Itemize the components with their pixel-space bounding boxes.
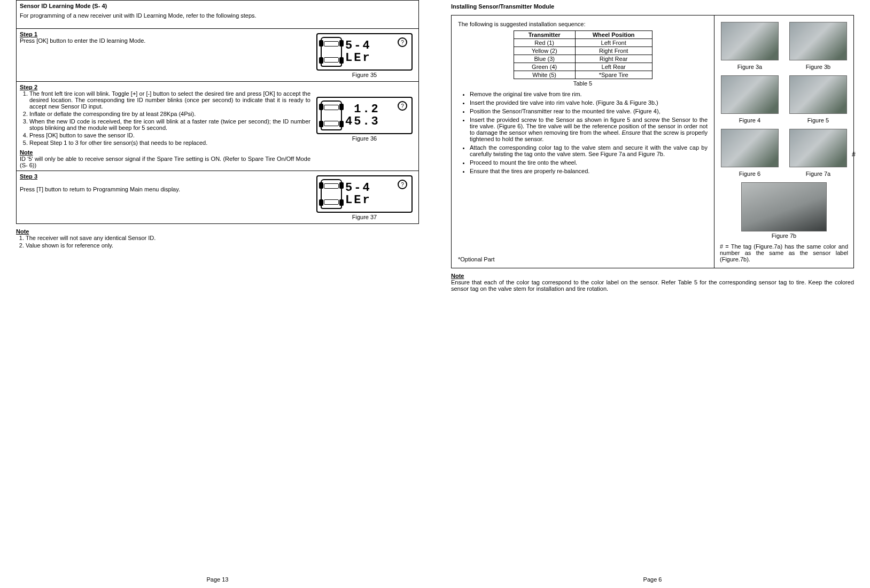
- table-row: Green (4)Left Rear: [514, 63, 652, 71]
- step2-header: Step 2: [20, 84, 37, 90]
- lcd-figure-36: 1.2 45.3 ?: [316, 97, 413, 134]
- fig36-caption: Figure 36: [314, 135, 415, 142]
- photo-row-3: Figure 6 Figure 7a #: [720, 128, 848, 181]
- fig3b-block: Figure 3b: [788, 21, 848, 74]
- page-number-right: Page 6: [643, 576, 662, 583]
- table-header-row: Transmitter Wheel Position: [514, 31, 652, 39]
- bottom-note-item: The receiver will not save any identical…: [26, 235, 419, 241]
- step2-item: The front left tire icon will blink. Tog…: [29, 90, 310, 110]
- lcd-figure-35: 5-4 LEr ?: [316, 33, 413, 71]
- step3-section: Step 3 Press [T] button to return to Pro…: [17, 171, 418, 223]
- list-item: Attach the corresponding color tag to th…: [470, 144, 708, 157]
- photo-fig3a: [721, 22, 779, 60]
- car-icon: [321, 37, 342, 67]
- table-row: Yellow (2)Right Front: [514, 47, 652, 55]
- step2-figure-col: 1.2 45.3 ? Figure 36: [314, 84, 415, 143]
- fig3b-label: Figure 3b: [788, 64, 848, 70]
- lcd37-text: 5-4 LEr: [345, 182, 371, 206]
- step2-item: When the new ID code is received, the ti…: [29, 118, 310, 131]
- table-row: Red (1)Left Front: [514, 39, 652, 47]
- step2-note-text: ID '5' will only be able to receive sens…: [20, 156, 310, 168]
- photo-fig7b: [741, 182, 827, 231]
- mode-header-section: Sensor ID Learning Mode (S- 4) For progr…: [17, 1, 418, 29]
- step2-note: Note ID '5' will only be able to receive…: [20, 149, 310, 168]
- step2-list: The front left tire icon will blink. Tog…: [20, 90, 310, 146]
- transmitter-table: Transmitter Wheel Position Red (1)Left F…: [514, 30, 652, 79]
- page-left: Sensor ID Learning Mode (S- 4) For progr…: [0, 0, 435, 588]
- fig5-label: Figure 5: [788, 117, 848, 123]
- step1-section: Step 1 Press [OK] button to enter the ID…: [17, 29, 418, 82]
- fig7a-label: Figure 7a: [788, 171, 848, 177]
- lcd36-text: 1.2 45.3: [345, 103, 380, 128]
- table-row: Blue (3)Right Rear: [514, 55, 652, 63]
- step3-header: Step 3: [20, 173, 37, 180]
- fig7b-label: Figure 7b: [720, 233, 848, 239]
- fig3a-block: Figure 3a: [720, 21, 780, 74]
- install-intro: The following is suggested installation …: [458, 21, 708, 27]
- photo-row-1: Figure 3a Figure 3b: [720, 21, 848, 74]
- bottom-note-list: The receiver will not save any identical…: [16, 235, 419, 249]
- step1-text: Step 1 Press [OK] button to enter the ID…: [20, 31, 310, 79]
- step2-item: Press [OK] button to save the sensor ID.: [29, 132, 310, 138]
- step3-body: Press [T] button to return to Programmin…: [20, 186, 180, 192]
- table-row: White (5)*Spare Tire: [514, 71, 652, 79]
- fig5-block: Figure 5: [788, 74, 848, 128]
- fig37-caption: Figure 37: [314, 214, 415, 220]
- install-left-col: The following is suggested installation …: [452, 16, 714, 268]
- mode-intro: For programming of a new receiver unit w…: [20, 12, 415, 19]
- bottom-note: Note The receiver will not save any iden…: [16, 228, 419, 249]
- list-item: Proceed to mount the tire onto the wheel…: [470, 159, 708, 166]
- photo-fig5: [789, 75, 847, 114]
- step2-section: Step 2 The front left tire icon will bli…: [17, 82, 418, 171]
- list-item: Ensure that the tires are properly re-ba…: [470, 168, 708, 174]
- mode-title: Sensor ID Learning Mode (S- 4): [20, 3, 415, 9]
- fig7b-block: Figure 7b: [720, 182, 848, 239]
- right-bottom-note: Note Ensure that each of the color tag c…: [451, 273, 854, 292]
- install-box: The following is suggested installation …: [451, 15, 854, 268]
- fig4-block: Figure 4: [720, 74, 780, 128]
- photo-fig4: [721, 75, 779, 114]
- step2-text: Step 2 The front left tire icon will bli…: [20, 84, 310, 168]
- photo-row-2: Figure 4 Figure 5: [720, 74, 848, 128]
- lcd35-text: 5-4 LEr: [345, 40, 371, 64]
- optional-part: *Optional Part: [458, 256, 494, 262]
- step2-item: Repeat Step 1 to 3 for other tire sensor…: [29, 140, 310, 146]
- step1-figure-col: 5-4 LEr ? Figure 35: [314, 31, 415, 79]
- signal-icon: ?: [398, 180, 407, 189]
- list-item: Remove the original tire valve from tire…: [470, 91, 708, 97]
- step3-text: Step 3 Press [T] button to return to Pro…: [20, 173, 310, 221]
- list-item: Insert the provided tire valve into rim …: [470, 99, 708, 106]
- bottom-note-item: Value shown is for reference only.: [26, 242, 419, 249]
- sensor-id-mode-box: Sensor ID Learning Mode (S- 4) For progr…: [16, 0, 419, 224]
- car-icon: [321, 179, 342, 209]
- table5-caption: Table 5: [458, 80, 708, 87]
- th-position: Wheel Position: [575, 31, 652, 39]
- page-right: Installing Sensor/Transmitter Module The…: [435, 0, 870, 588]
- photo-fig7a: [789, 129, 847, 167]
- photo-fig3b: [789, 22, 847, 60]
- step2-note-header: Note: [20, 149, 33, 156]
- signal-icon: ?: [398, 37, 407, 47]
- step1-header: Step 1: [20, 31, 37, 37]
- th-transmitter: Transmitter: [514, 31, 575, 39]
- fig6-label: Figure 6: [720, 171, 780, 177]
- signal-icon: ?: [398, 101, 407, 111]
- hash-icon: #: [852, 150, 856, 158]
- fig7a-block: Figure 7a: [788, 128, 848, 181]
- fig6-block: Figure 6: [720, 128, 780, 181]
- step3-figure-col: 5-4 LEr ? Figure 37: [314, 173, 415, 221]
- car-icon: [321, 100, 342, 130]
- fig4-label: Figure 4: [720, 117, 780, 123]
- install-title: Installing Sensor/Transmitter Module: [451, 3, 854, 10]
- right-note-header: Note: [451, 273, 464, 279]
- install-bullets: Remove the original tire valve from tire…: [458, 91, 708, 174]
- fig35-caption: Figure 35: [314, 72, 415, 78]
- lcd-figure-37: 5-4 LEr ?: [316, 175, 413, 213]
- list-item: Insert the provided screw to the Sensor …: [470, 117, 708, 142]
- fig3a-label: Figure 3a: [720, 64, 780, 70]
- install-right-col: Figure 3a Figure 3b Figure 4 Figure 5: [714, 16, 853, 268]
- hash-note: # = The tag (Figure.7a) has the same col…: [720, 243, 848, 262]
- bottom-note-header: Note: [16, 228, 29, 235]
- step1-body: Press [OK] button to enter the ID learni…: [20, 37, 145, 44]
- right-note-text: Ensure that each of the color tag corres…: [451, 279, 854, 292]
